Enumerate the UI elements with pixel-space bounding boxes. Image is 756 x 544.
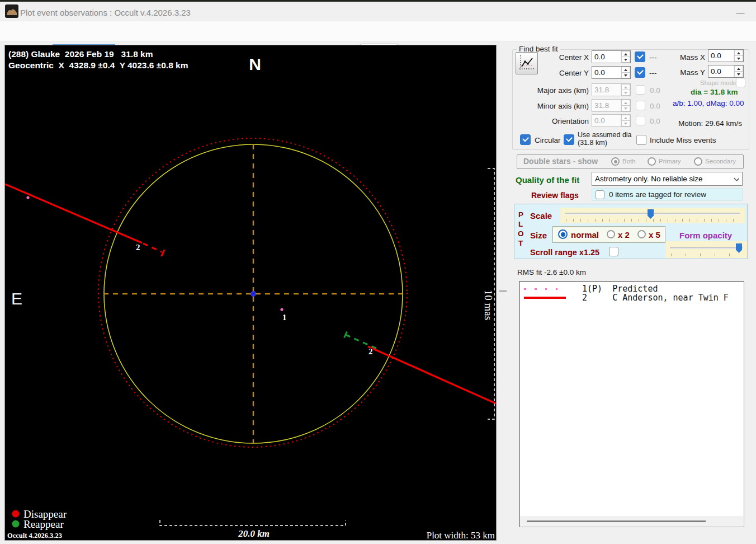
chord-2-upper-label: 2 [136,243,140,252]
chevron-down-icon [734,176,739,181]
title-bar: Plot event observations : Occult v.4.202… [0,2,756,21]
disappear-tick [162,250,165,257]
mass-y-input[interactable]: 0.0 [708,65,744,78]
circular-checkbox[interactable] [520,134,531,145]
mas-label: 10 mas [483,290,494,320]
shape-model-checkbox[interactable] [736,78,745,87]
minor-axis-fit-checkbox [636,101,645,110]
chord-2-lower [368,346,496,404]
major-axis-fit-checkbox [636,85,645,95]
double-secondary-label: Secondary [705,158,736,165]
point-1-label: 1 [282,313,287,322]
minor-axis-flag: 0.0 [650,102,660,110]
scale-slider-ticks [566,219,739,222]
observed-line-swatch [524,297,566,299]
double-primary-label: Primary [659,158,681,165]
chord-2-lower-label: 2 [368,347,373,356]
shape-model-label: Shape model [700,79,738,86]
scale-slider[interactable] [560,208,745,223]
center-y-down-icon[interactable] [621,72,630,78]
minor-axis-label: Minor axis (km) [526,102,589,110]
major-axis-up-icon [621,84,630,90]
minimize-button[interactable]: — [730,4,750,21]
plot-canvas[interactable]: 2 1 2 (288) Glauke 2026 Feb 19 31.8 km G… [4,45,497,541]
center-x-label: Center X [545,53,589,62]
rms-fit-label: RMS fit -2.6 ±0.0 km [517,268,586,276]
plot-title-line1: (288) Glauke 2026 Feb 19 31.8 km [8,49,153,59]
horizontal-scrollbar[interactable] [520,516,743,526]
plot-letter-t: T [518,239,523,247]
predicted-point-b [280,308,283,311]
double-stars-title: Double stars - show [523,157,598,166]
orientation-fit-checkbox [636,116,645,125]
center-point [251,292,256,297]
scale-bar [160,520,346,526]
plot-letter-l: L [518,220,523,228]
north-label: N [249,55,261,73]
mass-x-label: Mass X [674,53,705,62]
app-icon [5,4,18,18]
east-label: E [11,289,22,308]
circular-label: Circular [535,136,561,144]
review-flags-checkbox[interactable] [596,190,604,199]
use-assumed-checkbox[interactable] [564,134,574,145]
form-opacity-label: Form opacity [679,231,732,240]
scrollbar-thumb[interactable] [527,520,706,522]
center-y-fit-checkbox[interactable] [635,67,645,78]
orientation-down-icon [621,120,630,126]
form-opacity-thumb[interactable] [736,243,742,253]
center-x-fit-checkbox[interactable] [635,51,645,62]
center-x-flag: --- [649,53,657,62]
size-normal-radio[interactable] [558,229,568,239]
center-x-input[interactable]: 0.0 [592,50,631,63]
major-axis-label: Major axis (km) [526,86,589,95]
plot-version: Occult 4.2026.3.23 [7,532,62,540]
scale-slider-thumb[interactable] [648,209,654,219]
menu-bar: with Plot... Plot options... ? Help Keep… [0,21,756,41]
plot-width-label: Plot width: 53 km [427,530,495,540]
mass-y-down-icon[interactable] [734,71,743,77]
panel-splitter[interactable] [499,290,507,292]
center-y-up-icon[interactable] [621,67,630,72]
run-fit-button[interactable] [516,52,538,74]
double-primary-radio[interactable] [648,157,656,166]
mass-x-down-icon[interactable] [734,55,743,62]
review-flags-panel: 0 items are tagged for review [592,188,743,201]
orientation-label: Orientation [526,117,589,125]
observations-listbox[interactable]: 1(P) Predicted 2 C Anderson, near Twin F [519,281,744,527]
form-opacity-slider[interactable] [665,241,747,258]
size-x2-label: x 2 [618,230,630,240]
center-x-up-icon[interactable] [621,51,630,57]
scroll-range-checkbox[interactable] [609,247,618,256]
center-x-down-icon[interactable] [621,57,630,63]
center-y-label: Center Y [545,69,589,77]
legend-reappear: Reappear [23,518,64,530]
fit-chart-icon [518,54,536,72]
include-miss-label: Include Miss events [650,136,716,144]
review-flags-text: 0 items are tagged for review [609,190,706,199]
double-secondary-radio[interactable] [694,157,702,166]
size-x5-radio[interactable] [637,230,646,238]
orientation-up-icon [621,115,630,120]
double-both-radio[interactable] [611,157,620,166]
size-x2-radio[interactable] [607,230,615,238]
minor-axis-up-icon [621,100,630,105]
major-axis-input: 31.8 [592,83,631,96]
include-miss-checkbox[interactable] [636,135,646,145]
mass-x-up-icon[interactable] [734,50,743,55]
ab-dmag-label: a/b: 1.00, dMag: 0.00 [673,99,744,107]
size-label: Size [530,231,547,240]
chord-2-upper [5,184,142,243]
size-x5-label: x 5 [649,230,660,240]
disappear-dot-icon [12,510,20,518]
mass-x-input[interactable]: 0.0 [708,49,744,62]
center-y-input[interactable]: 0.0 [592,66,631,79]
mass-y-up-icon[interactable] [734,65,743,71]
center-y-flag: --- [649,69,657,77]
observation-row[interactable]: 2 C Anderson, near Twin F [582,293,729,303]
motion-label: Motion: 29.64 km/s [678,119,742,128]
chord-2-disappear-uncertainty [143,243,162,252]
scroll-range-label: Scroll range x1.25 [530,248,599,257]
quality-combobox[interactable]: Astrometry only. No reliable size [592,172,743,186]
plot-letter-o: O [518,229,524,238]
